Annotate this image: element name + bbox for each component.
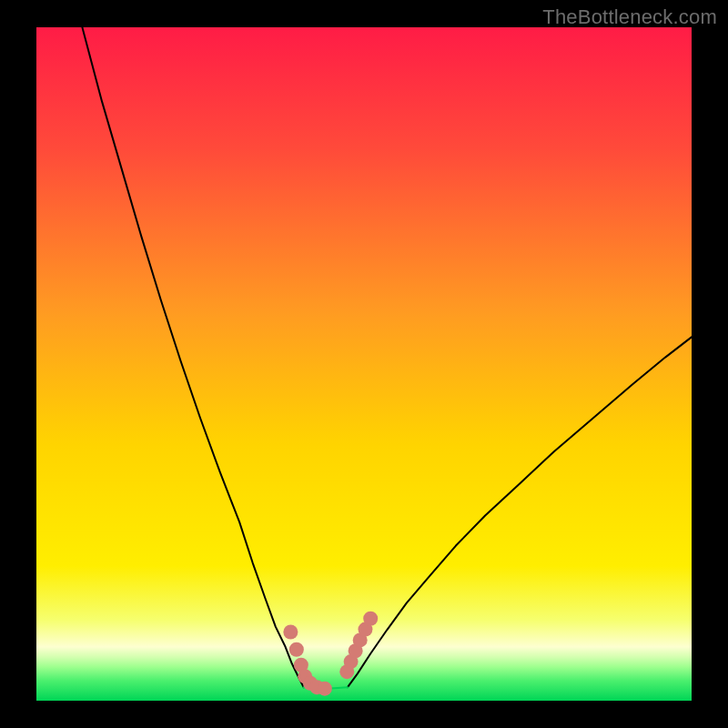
gradient-background bbox=[36, 27, 692, 701]
chart-plot-area bbox=[36, 27, 692, 701]
chart-stage: TheBottleneck.com bbox=[0, 0, 728, 728]
watermark-text: TheBottleneck.com bbox=[542, 5, 717, 29]
chart-svg bbox=[36, 27, 692, 701]
marker-left-dots bbox=[283, 625, 298, 640]
marker-left-dots bbox=[318, 682, 332, 696]
marker-right-dots bbox=[363, 612, 378, 626]
marker-left-dots bbox=[289, 642, 304, 657]
